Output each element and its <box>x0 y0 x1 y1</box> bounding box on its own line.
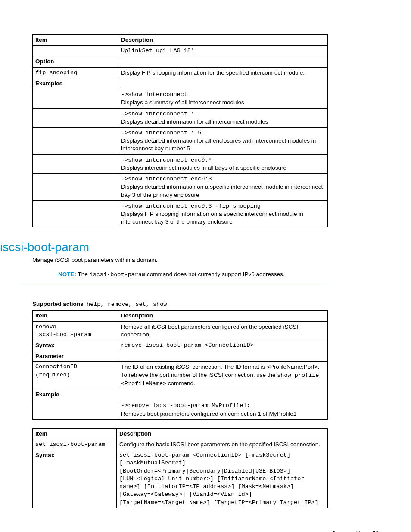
connid-c2: <ProfileName> <box>121 380 166 387</box>
footer-label: Command line <box>332 530 368 532</box>
cell-connid-desc: The ID of an existing iSCSI connection. … <box>118 362 327 389</box>
sep: : <box>84 301 87 307</box>
supported-actions: Supported actions: help, remove, set, sh… <box>32 301 379 308</box>
cell-empty <box>33 200 118 227</box>
cell-empty <box>33 46 118 56</box>
syn-l6: [Gateway=<Gateway>] [VlanId=<Vlan Id>] <box>119 491 252 498</box>
cmd-desc: Removes boot parameters configured on co… <box>121 411 296 417</box>
row-set: set iscsi-boot-param <box>33 439 117 450</box>
cmd: ->show interconnect * <box>121 111 194 117</box>
row-fip-snooping: fip_snooping <box>33 67 118 78</box>
th-item: Item <box>33 428 117 439</box>
footer-page: 52 <box>373 530 379 532</box>
cell-empty <box>33 400 118 419</box>
cell-uplinkset: UplinkSet=up1 LAG=18'. <box>118 46 327 56</box>
note-code: iscsi-boot-param <box>90 271 146 278</box>
cell-empty <box>33 127 118 154</box>
cell-fip-desc: Display FIP snooping information for the… <box>118 67 327 78</box>
cell-empty <box>118 78 327 89</box>
row-example: Example <box>33 389 118 400</box>
set-table: Item Description set iscsi-boot-param Co… <box>32 428 328 508</box>
example-cell: ->show interconnect enc0:3 -fip_snooping… <box>118 200 327 227</box>
cell-empty <box>118 389 327 400</box>
example-cell: ->remove iscsi-boot-param MyProfile1:1 R… <box>118 400 327 419</box>
row-syntax: Syntax <box>33 340 118 351</box>
cell-empty <box>33 89 118 108</box>
note-label: NOTE: <box>58 271 76 277</box>
cmd: ->show interconnect <box>121 91 187 98</box>
cmd-desc: Displays interconnect modules in all bay… <box>121 165 286 171</box>
syn-l2: [-maskMutualSecret] <box>119 460 186 466</box>
syn-l1: set iscsi-boot-param <ConnectionID> [-ma… <box>119 452 290 458</box>
cmd-desc: Displays a summary of all interconnect m… <box>121 99 244 106</box>
syn-l7: [TargetName=<Target Name>] [TargetIP=<Pr… <box>119 499 318 506</box>
example-cell: ->show interconnect *:5 Displays detaile… <box>118 127 327 154</box>
remove-l2: iscsi-boot-param <box>35 331 91 338</box>
cmd-desc: Displays FIP snooping information on a s… <box>121 211 303 225</box>
note-text-pre: The <box>76 271 90 277</box>
supported-label: Supported actions <box>32 301 84 307</box>
note-text-post: command does not currently support IPv6 … <box>145 271 284 277</box>
section-heading: iscsi-boot-param <box>0 240 379 254</box>
cmd-desc: Displays detailed information on a speci… <box>121 184 323 198</box>
cell-set-desc: Configure the basic iSCSI boot parameter… <box>117 439 328 450</box>
cmd: ->show interconnect enc0:3 <box>121 176 212 182</box>
cell-empty <box>118 351 327 362</box>
connid-post: command. <box>166 380 195 386</box>
row-connectionid: ConnectionID (required) <box>33 362 118 389</box>
example-cell: ->show interconnect enc0:* Displays inte… <box>118 154 327 173</box>
supported-list: help, remove, set, show <box>87 301 167 308</box>
interconnect-table: Item Description UplinkSet=up1 LAG=18'. … <box>32 34 328 227</box>
note-block: NOTE: The iscsi-boot-param command does … <box>58 271 379 278</box>
th-item: Item <box>33 35 118 46</box>
th-item: Item <box>33 311 118 321</box>
cell-remove-desc: Remove all iSCSI boot parameters configu… <box>118 321 327 340</box>
example-cell: ->show interconnect Displays a summary o… <box>118 89 327 108</box>
cell-syntax: remove iscsi-boot-param <ConnectionID> <box>118 340 327 351</box>
cell-empty <box>33 174 118 201</box>
th-desc: Description <box>118 35 327 46</box>
cmd: ->show interconnect enc0:* <box>121 157 212 163</box>
cell-empty <box>33 154 118 173</box>
cmd-desc: Displays detailed information for all en… <box>121 137 316 152</box>
cmd: ->show interconnect enc0:3 -fip_snooping <box>121 203 261 209</box>
row-syntax: Syntax <box>33 450 117 508</box>
row-remove: remove iscsi-boot-param <box>33 321 118 340</box>
remove-table: Item Description remove iscsi-boot-param… <box>32 310 328 419</box>
syn-l4: [LUN=<Logical Unit number>] [InitiatorNa… <box>119 476 304 482</box>
example-cell: ->show interconnect enc0:3 Displays deta… <box>118 174 327 201</box>
cmd: ->remove iscsi-boot-param MyProfile1:1 <box>121 402 254 409</box>
cell-empty <box>33 108 118 127</box>
connid-c1: show profile <box>277 372 319 379</box>
connid-l1: ConnectionID <box>35 364 77 370</box>
section-intro: Manage iSCSI boot parameters within a do… <box>32 257 379 263</box>
th-desc: Description <box>117 428 328 439</box>
row-parameter: Parameter <box>33 351 118 362</box>
row-examples: Examples <box>33 78 118 89</box>
cmd-desc: Displays detailed information for all in… <box>121 118 268 125</box>
page-footer: Command line 52 <box>32 530 379 532</box>
divider <box>17 284 327 284</box>
connid-l2: (required) <box>35 372 70 378</box>
row-option: Option <box>33 56 118 67</box>
syn-l3: [BootOrder=<Primary|Secondary|Disabled|U… <box>119 468 290 474</box>
example-cell: ->show interconnect * Displays detailed … <box>118 108 327 127</box>
th-desc: Description <box>118 311 327 321</box>
cell-syntax-block: set iscsi-boot-param <ConnectionID> [-ma… <box>117 450 328 508</box>
cell-empty <box>118 56 327 67</box>
remove-l1: remove <box>35 324 56 330</box>
syn-l5: name>] [InitiatorIP=<IP address>] [Mask=… <box>119 483 294 490</box>
cmd: ->show interconnect *:5 <box>121 130 201 136</box>
